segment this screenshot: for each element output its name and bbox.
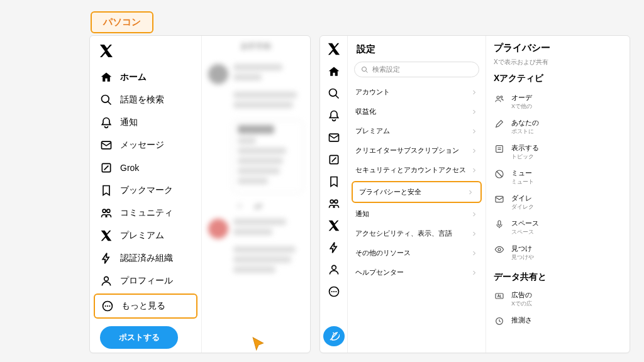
profile-icon[interactable] [327, 263, 341, 276]
mail-icon[interactable] [327, 131, 341, 144]
content-icon [494, 143, 505, 155]
detail-item[interactable]: スペーススペース [494, 215, 630, 240]
detail-item-sub: トピック [511, 153, 630, 161]
nav-label: プロフィール [120, 275, 173, 287]
detail-item-title: 見つけ [511, 244, 630, 253]
x-icon[interactable] [327, 219, 341, 232]
chevron-right-icon [470, 108, 478, 116]
left-panel: ホーム話題を検索通知メッセージGrokブックマークコミュニティプレミアム認証済み… [89, 35, 311, 353]
nav-item-search[interactable]: 話題を検索 [94, 89, 197, 111]
nav-item-profile[interactable]: プロフィール [94, 270, 197, 292]
nav-item-bookmark[interactable]: ブックマーク [94, 179, 197, 202]
settings-search-placeholder: 検索設定 [372, 65, 400, 74]
post-button[interactable]: ポストする [100, 326, 178, 349]
settings-item-label: その他のリソース [355, 248, 411, 258]
search-icon[interactable] [327, 87, 341, 100]
feed-tab-recommended[interactable]: おすすめ [202, 41, 310, 52]
nav-label: 話題を検索 [120, 94, 164, 106]
nav-item-more[interactable]: もっと見る [95, 295, 196, 317]
settings-search-input[interactable]: 検索設定 [354, 62, 479, 77]
pen-icon [494, 118, 505, 129]
settings-item-label: プライバシーと安全 [359, 187, 421, 197]
community-icon [100, 207, 113, 219]
settings-item-label: プレミアム [355, 126, 390, 136]
dm-icon [494, 194, 505, 205]
nav-item-community[interactable]: コミュニティ [94, 202, 197, 224]
settings-item[interactable]: アカウント [348, 82, 486, 102]
bolt-icon[interactable] [327, 241, 341, 254]
left-nav: ホーム話題を検索通知メッセージGrokブックマークコミュニティプレミアム認証済み… [90, 36, 202, 353]
nav-item-bolt[interactable]: 認証済み組織 [94, 247, 197, 270]
settings-item[interactable]: プレミアム [348, 121, 486, 141]
x-logo-icon[interactable] [327, 42, 341, 56]
nav-item-x[interactable]: プレミアム [94, 224, 197, 247]
nav-label: Grok [120, 163, 139, 173]
detail-item[interactable]: オーデXで他の [494, 89, 630, 114]
bookmark-icon[interactable] [327, 175, 341, 188]
detail-item-sub: スペース [511, 228, 630, 236]
x-logo-icon[interactable] [99, 43, 115, 60]
detail-item-title: 広告の [511, 290, 630, 300]
settings-item-label: 通知 [355, 209, 369, 219]
right-icon-nav [320, 36, 348, 353]
detail-item-sub: Xで他の [511, 102, 630, 111]
mail-icon [100, 139, 113, 151]
settings-title: 設定 [348, 42, 486, 62]
grok-icon [100, 162, 113, 174]
eye-icon [494, 244, 505, 255]
more-icon [101, 300, 114, 312]
chevron-right-icon [467, 189, 474, 196]
detail-item-sub: ポストに [511, 128, 630, 136]
mute-icon [494, 168, 505, 180]
detail-item[interactable]: ミューミュート [494, 165, 630, 190]
home-icon[interactable] [327, 65, 341, 78]
bell-icon[interactable] [327, 109, 341, 122]
settings-item[interactable]: 通知 [348, 204, 486, 224]
detail-item[interactable]: 広告のXでの広 [494, 287, 630, 312]
detail-item[interactable]: 表示するトピック [494, 140, 630, 165]
nav-item-mail[interactable]: メッセージ [94, 134, 197, 156]
chevron-right-icon [470, 167, 478, 174]
home-icon [100, 71, 113, 84]
settings-item[interactable]: その他のリソース [348, 243, 486, 263]
settings-item[interactable]: アクセシビリティ、表示、言語 [348, 224, 486, 243]
nav-item-bell[interactable]: 通知 [94, 111, 197, 134]
highlight-more: もっと見る [94, 293, 197, 319]
nav-item-grok[interactable]: Grok [94, 156, 197, 179]
more-icon[interactable] [327, 285, 341, 298]
compose-fab[interactable] [323, 326, 345, 347]
settings-item[interactable]: ヘルプセンター [348, 263, 486, 282]
settings-item-label: 収益化 [355, 107, 376, 116]
settings-item-label: クリエイターサブスクリプション [355, 146, 459, 155]
nav-label: プレミアム [120, 230, 164, 241]
settings-item[interactable]: セキュリティとアカウントアクセス [348, 160, 486, 180]
detail-description: Xで表示および共有 [494, 58, 630, 67]
infer-icon [494, 315, 505, 327]
detail-item-title: あなたの [511, 118, 630, 128]
settings-item[interactable]: プライバシーと安全 [353, 182, 480, 202]
detail-item[interactable]: 推測さ [494, 312, 630, 331]
settings-item[interactable]: クリエイターサブスクリプション [348, 141, 486, 160]
community-icon[interactable] [327, 197, 341, 210]
detail-item[interactable]: 見つけ見つけや [494, 240, 630, 265]
settings-item-label: アカウント [355, 87, 390, 97]
detail-item-sub: ダイレク [511, 203, 630, 211]
nav-item-home[interactable]: ホーム [94, 66, 197, 89]
detail-item-title: オーデ [511, 93, 630, 102]
grok-icon[interactable] [327, 153, 341, 166]
detail-item-title: ダイレ [511, 194, 630, 203]
ad-icon [494, 290, 505, 302]
detail-item[interactable]: ダイレダイレク [494, 190, 630, 215]
bookmark-icon [100, 184, 113, 197]
chevron-right-icon [470, 89, 478, 96]
highlight-privacy: プライバシーと安全 [352, 181, 482, 203]
settings-column: 設定 検索設定 アカウント収益化プレミアムクリエイターサブスクリプションセキュリ… [348, 36, 486, 353]
nav-label: メッセージ [120, 140, 164, 151]
detail-subtitle: Xアクティビ [494, 73, 630, 84]
chevron-right-icon [470, 250, 478, 257]
detail-item[interactable]: あなたのポストに [494, 114, 630, 140]
chevron-right-icon [470, 230, 478, 238]
nav-label: 認証済み組織 [120, 253, 173, 264]
settings-item[interactable]: 収益化 [348, 102, 486, 121]
settings-item-label: アクセシビリティ、表示、言語 [355, 229, 452, 238]
